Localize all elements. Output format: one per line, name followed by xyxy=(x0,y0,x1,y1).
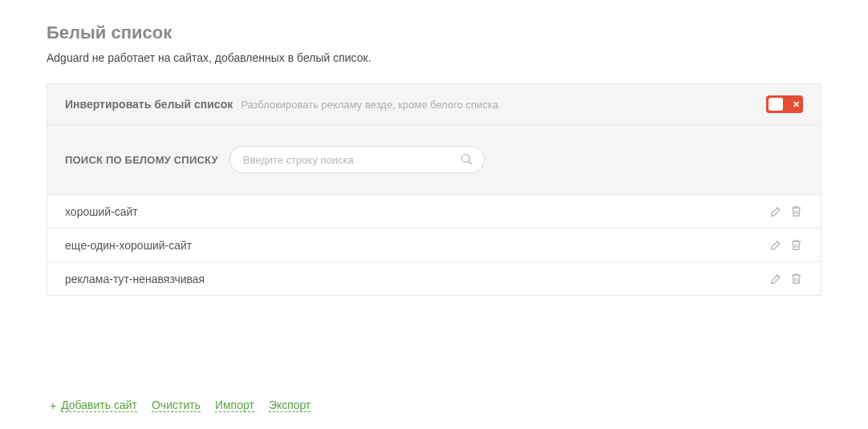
page-subtitle: Adguard не работает на сайтах, добавленн… xyxy=(47,51,821,64)
edit-icon[interactable] xyxy=(769,204,783,218)
invert-row: Инвертировать белый список Разблокироват… xyxy=(47,84,821,125)
search-icon[interactable] xyxy=(460,152,474,167)
list-item: хороший-сайт xyxy=(47,195,821,229)
edit-icon[interactable] xyxy=(769,272,783,285)
list-item-text: реклама-тут-ненавязчивая xyxy=(65,273,769,285)
svg-line-1 xyxy=(468,161,472,164)
plus-icon: + xyxy=(50,399,56,412)
invert-label: Инвертировать белый список xyxy=(65,98,233,111)
delete-icon[interactable] xyxy=(789,204,803,218)
search-row: ПОИСК ПО БЕЛОМУ СПИСКУ xyxy=(47,125,821,195)
delete-icon[interactable] xyxy=(789,272,803,285)
add-site-button[interactable]: + Добавить сайт xyxy=(50,399,137,412)
export-button[interactable]: Экспорт xyxy=(269,399,311,412)
clear-button[interactable]: Очистить xyxy=(152,399,201,412)
whitelist-panel: Инвертировать белый список Разблокироват… xyxy=(47,83,821,296)
invert-hint: Разблокировать рекламу везде, кроме бело… xyxy=(241,99,766,111)
delete-icon[interactable] xyxy=(789,238,803,252)
footer-actions: + Добавить сайт Очистить Импорт Экспорт xyxy=(47,384,821,412)
add-site-label: Добавить сайт xyxy=(61,399,137,412)
list-item: реклама-тут-ненавязчивая xyxy=(47,262,821,295)
svg-point-0 xyxy=(461,155,469,163)
edit-icon[interactable] xyxy=(769,238,783,252)
list-item-text: еще-один-хороший-сайт xyxy=(65,239,769,252)
search-input[interactable] xyxy=(243,154,460,166)
search-label: ПОИСК ПО БЕЛОМУ СПИСКУ xyxy=(65,154,218,166)
toggle-knob xyxy=(769,98,783,111)
import-button[interactable]: Импорт xyxy=(215,399,254,412)
invert-toggle[interactable]: ✕ xyxy=(766,95,803,113)
search-field xyxy=(229,146,485,173)
list-item: еще-один-хороший-сайт xyxy=(47,229,821,262)
list-item-text: хороший-сайт xyxy=(65,205,769,218)
close-icon: ✕ xyxy=(793,100,800,109)
page-title: Белый список xyxy=(47,22,821,43)
